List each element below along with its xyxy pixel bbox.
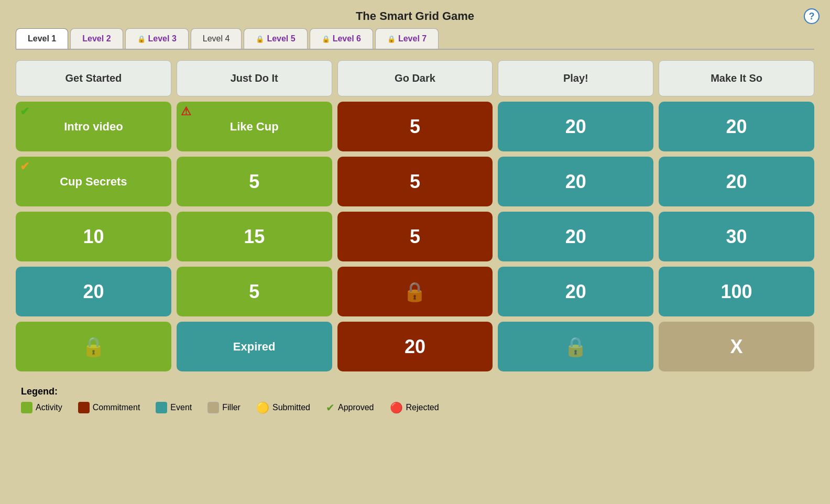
grid-cell-4-2[interactable]: 20: [337, 322, 493, 371]
tab-level7[interactable]: 🔒Level 7: [375, 28, 439, 49]
grid-cell-1-4[interactable]: 20: [659, 157, 814, 206]
cell-value: 20: [83, 281, 104, 303]
cell-value: 5: [410, 226, 420, 248]
cell-value: 10: [83, 226, 104, 248]
tab-label: Level 3: [148, 34, 177, 43]
tab-label: Level 7: [398, 34, 427, 43]
rejected-icon: ⚠: [181, 105, 191, 118]
grid-cell-3-0[interactable]: 20: [16, 267, 171, 316]
grid-cell-4-4[interactable]: X: [659, 322, 814, 371]
grid-cell-4-1[interactable]: Expired: [177, 322, 332, 371]
cell-value: 20: [565, 171, 586, 193]
grid-cell-3-1[interactable]: 5: [177, 267, 332, 316]
legend-row: Activity Commitment Event Filler 🟡 Submi…: [21, 401, 809, 414]
grid-cell-0-0[interactable]: ✔Intro video: [16, 102, 171, 151]
col-header-1: Just Do It: [177, 60, 332, 96]
rejected-badge-icon: 🔴: [390, 401, 403, 414]
grid-cell-1-0[interactable]: ✔Cup Secrets: [16, 157, 171, 206]
tabs-container: Level 1Level 2🔒Level 3Level 4🔒Level 5🔒Le…: [0, 28, 830, 49]
submitted-badge-icon: 🟡: [256, 401, 269, 414]
legend-rejected: 🔴 Rejected: [390, 401, 439, 414]
help-icon[interactable]: ?: [804, 8, 820, 24]
column-headers: Get StartedJust Do ItGo DarkPlay!Make It…: [16, 60, 814, 96]
grid-cell-2-4[interactable]: 30: [659, 212, 814, 261]
lock-icon: 🔒: [387, 35, 396, 43]
commitment-label: Commitment: [93, 403, 140, 412]
grid-cell-1-1[interactable]: 5: [177, 157, 332, 206]
grid-cell-2-1[interactable]: 15: [177, 212, 332, 261]
activity-label: Activity: [36, 403, 62, 412]
tab-level4[interactable]: Level 4: [191, 28, 242, 49]
tab-label: Level 4: [203, 34, 230, 43]
tab-label: Level 5: [267, 34, 295, 43]
grid-cell-0-3[interactable]: 20: [498, 102, 653, 151]
approved-label: Approved: [338, 403, 374, 412]
cell-value: 5: [410, 116, 420, 138]
app-header: The Smart Grid Game ?: [0, 0, 830, 28]
grid-cell-4-3[interactable]: 🔒: [498, 322, 653, 371]
legend-activity: Activity: [21, 402, 62, 413]
cell-text: Like Cup: [230, 120, 279, 134]
lock-icon: 🔒: [403, 281, 427, 303]
cell-text: Expired: [233, 340, 276, 354]
legend: Legend: Activity Commitment Event Filler…: [16, 386, 814, 414]
cell-text: Intro video: [64, 120, 123, 134]
lock-icon: 🔒: [322, 35, 330, 43]
cell-value: 20: [405, 336, 425, 358]
lock-icon: 🔒: [564, 336, 587, 358]
cell-value: 5: [410, 171, 420, 193]
tab-level6[interactable]: 🔒Level 6: [310, 28, 373, 49]
app-title: The Smart Grid Game: [356, 9, 474, 23]
grid-cell-0-2[interactable]: 5: [337, 102, 493, 151]
tab-level2[interactable]: Level 2: [70, 28, 123, 49]
tab-level3[interactable]: 🔒Level 3: [125, 28, 189, 49]
rejected-label: Rejected: [406, 403, 439, 412]
filler-swatch: [208, 402, 219, 413]
grid-cell-0-1[interactable]: ⚠Like Cup: [177, 102, 332, 151]
grid: ✔Intro video⚠Like Cup52020✔Cup Secrets55…: [16, 102, 814, 371]
col-header-2: Go Dark: [337, 60, 493, 96]
tab-level5[interactable]: 🔒Level 5: [244, 28, 307, 49]
cell-value: 5: [249, 281, 259, 303]
grid-cell-0-4[interactable]: 20: [659, 102, 814, 151]
cell-value: 30: [726, 226, 747, 248]
event-swatch: [156, 402, 167, 413]
cell-text: Cup Secrets: [60, 175, 127, 189]
grid-cell-2-0[interactable]: 10: [16, 212, 171, 261]
grid-cell-3-3[interactable]: 20: [498, 267, 653, 316]
approved-badge-icon: ✔: [326, 401, 335, 414]
tab-level1[interactable]: Level 1: [16, 28, 68, 49]
main-content: Get StartedJust Do ItGo DarkPlay!Make It…: [0, 50, 830, 424]
cell-value: 100: [721, 281, 752, 303]
cell-value: 20: [726, 116, 747, 138]
legend-filler: Filler: [208, 402, 241, 413]
cell-value: 15: [244, 226, 265, 248]
approved-icon: ✔: [20, 105, 29, 118]
cell-value: 20: [565, 281, 586, 303]
col-header-3: Play!: [498, 60, 653, 96]
tab-label: Level 6: [333, 34, 361, 43]
lock-icon: 🔒: [82, 336, 105, 358]
tab-label: Level 1: [28, 34, 56, 43]
event-label: Event: [170, 403, 192, 412]
legend-commitment: Commitment: [78, 402, 140, 413]
legend-submitted: 🟡 Submitted: [256, 401, 310, 414]
grid-cell-2-2[interactable]: 5: [337, 212, 493, 261]
lock-icon: 🔒: [137, 35, 146, 43]
grid-cell-4-0[interactable]: 🔒: [16, 322, 171, 371]
grid-cell-1-2[interactable]: 5: [337, 157, 493, 206]
grid-cell-3-2[interactable]: 🔒: [337, 267, 493, 316]
legend-title: Legend:: [21, 386, 809, 397]
cell-value: 5: [249, 171, 259, 193]
commitment-swatch: [78, 402, 90, 413]
filler-label: Filler: [222, 403, 241, 412]
cell-value: 20: [565, 226, 586, 248]
col-header-4: Make It So: [659, 60, 814, 96]
grid-cell-1-3[interactable]: 20: [498, 157, 653, 206]
activity-swatch: [21, 402, 32, 413]
cell-value: 20: [726, 171, 747, 193]
grid-cell-2-3[interactable]: 20: [498, 212, 653, 261]
submitted-label: Submitted: [272, 403, 310, 412]
grid-cell-3-4[interactable]: 100: [659, 267, 814, 316]
submitted-icon: ✔: [20, 160, 29, 173]
